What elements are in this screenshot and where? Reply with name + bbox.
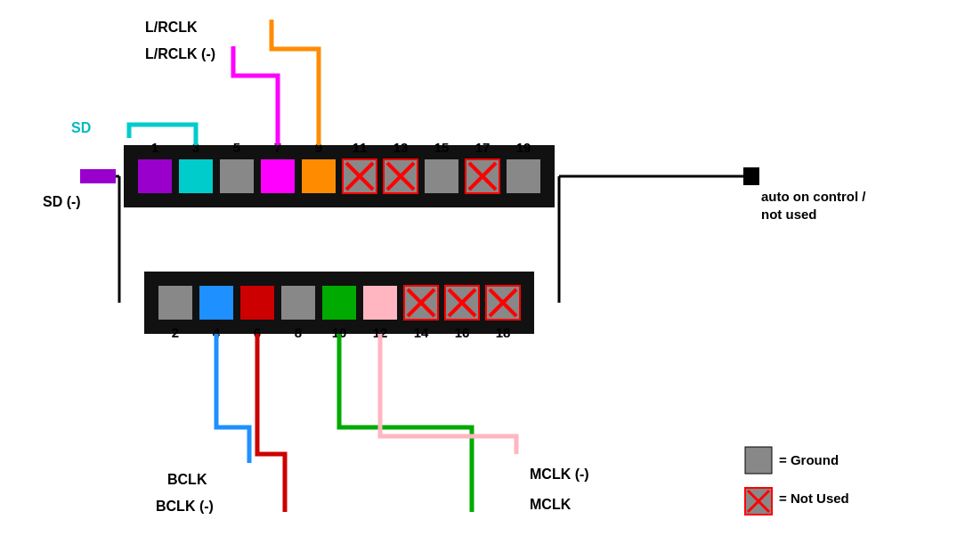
mclk-neg-label: MCLK (-) — [530, 467, 589, 483]
lrclk-neg-label: L/RCLK (-) — [145, 46, 215, 62]
bclk-neg-label: BCLK (-) — [156, 499, 214, 515]
lrclk-label: L/RCLK — [145, 20, 198, 36]
auto-on-label: auto on control / — [761, 189, 866, 204]
not-used-connector-label: not used — [761, 207, 817, 222]
sd-label: SD — [71, 120, 91, 136]
bclk-label: BCLK — [167, 472, 207, 488]
not-used-legend-label: = Not Used — [779, 491, 849, 506]
diagram-canvas — [0, 0, 957, 560]
ground-legend-label: = Ground — [779, 452, 839, 467]
sd-neg-label: SD (-) — [43, 194, 81, 210]
mclk-label: MCLK — [530, 497, 571, 513]
